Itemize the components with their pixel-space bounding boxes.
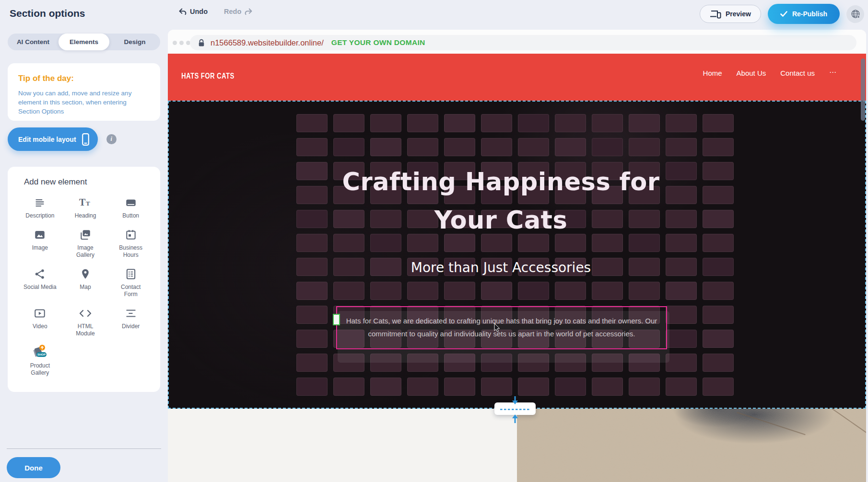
tip-title: Tip of the day: <box>18 74 150 83</box>
video-icon <box>34 306 46 321</box>
site-header: HATS FOR CATS Home About Us Contact us ⋯ <box>168 54 866 101</box>
element-drag-handle[interactable] <box>333 314 340 325</box>
add-element-title: Add new element <box>24 177 153 187</box>
tip-body: Now you can add, move and resize any ele… <box>18 89 150 116</box>
window-dots <box>173 41 190 45</box>
devices-icon <box>710 10 721 19</box>
nav-home[interactable]: Home <box>703 69 722 77</box>
element-button[interactable]: Button <box>108 195 153 219</box>
tab-elements[interactable]: Elements <box>59 34 109 50</box>
republish-label: Re-Publish <box>792 10 827 18</box>
scrollbar-thumb[interactable] <box>861 58 865 121</box>
element-image[interactable]: Image <box>17 228 63 259</box>
info-icon[interactable]: i <box>106 134 117 144</box>
tip-of-the-day-card: Tip of the day: Now you can add, move an… <box>8 63 160 121</box>
site-logo[interactable]: HATS FOR CATS <box>181 71 235 81</box>
nav-more-icon[interactable]: ⋯ <box>829 68 836 77</box>
business-hours-icon <box>125 228 137 242</box>
done-button[interactable]: Done <box>7 457 60 478</box>
hero-heading[interactable]: Crafting Happiness forYour Cats <box>169 163 833 240</box>
resize-arrows-icon <box>494 396 536 423</box>
panel-tabs: AI Content Elements Design <box>8 34 160 50</box>
page-title: Section options <box>10 8 85 19</box>
redo-icon <box>245 8 253 15</box>
next-section-background <box>168 409 517 482</box>
globe-icon <box>850 9 861 19</box>
section-options-panel: Section options AI Content Elements Desi… <box>0 0 168 482</box>
element-contact-form[interactable]: Contact Form <box>108 267 153 298</box>
get-domain-link[interactable]: GET YOUR OWN DOMAIN <box>331 38 425 47</box>
image-gallery-icon <box>79 228 92 242</box>
lock-icon <box>198 39 205 47</box>
hero-paragraph: Hats for Cats, we are dedicated to craft… <box>337 314 666 340</box>
image-icon <box>34 228 46 242</box>
publish-controls: Preview Re-Publish <box>700 4 864 24</box>
republish-button[interactable]: Re-Publish <box>768 4 840 24</box>
svg-text:T: T <box>86 200 90 207</box>
check-icon <box>780 11 787 17</box>
undo-button[interactable]: Undo <box>178 8 208 15</box>
element-product-gallery[interactable]: SHOP Product Gallery <box>17 345 63 377</box>
panel-divider <box>7 448 161 449</box>
address-bar[interactable]: n1566589.websitebuilder.online/ GET YOUR… <box>190 35 856 50</box>
tab-design[interactable]: Design <box>109 34 160 50</box>
element-grid: Description TT Heading Button Image Imag… <box>17 195 153 377</box>
redo-label: Redo <box>224 8 241 15</box>
element-video[interactable]: Video <box>17 306 63 337</box>
description-icon <box>34 195 46 210</box>
element-heading[interactable]: TT Heading <box>63 195 108 219</box>
svg-text:SHOP: SHOP <box>37 353 46 356</box>
preview-button[interactable]: Preview <box>700 5 761 23</box>
product-gallery-shop-icon: SHOP <box>30 345 49 360</box>
nav-about-us[interactable]: About Us <box>737 69 766 77</box>
element-divider[interactable]: Divider <box>108 306 153 337</box>
section-resize-handle[interactable] <box>494 402 536 415</box>
hero-subheading[interactable]: More than Just Accessories <box>169 260 833 275</box>
html-code-icon <box>79 306 92 321</box>
undo-icon <box>178 8 187 15</box>
language-globe-button[interactable] <box>846 5 864 23</box>
nav-contact-us[interactable]: Contact us <box>780 69 815 77</box>
social-media-icon <box>34 267 46 281</box>
site-nav: Home About Us Contact us ⋯ <box>703 69 836 77</box>
hero-section[interactable]: Crafting Happiness forYour Cats More tha… <box>168 101 866 409</box>
element-business-hours[interactable]: Business Hours <box>108 228 153 259</box>
undo-label: Undo <box>190 8 208 15</box>
add-element-panel: Add new element Description TT Heading B… <box>8 167 160 392</box>
svg-text:T: T <box>79 197 86 207</box>
phone-icon <box>82 133 89 146</box>
element-map[interactable]: Map <box>63 267 108 298</box>
site-url: n1566589.websitebuilder.online/ <box>211 38 324 47</box>
edit-mobile-label: Edit mobile layout <box>18 136 76 143</box>
selected-text-element[interactable]: Hats for Cats, we are dedicated to craft… <box>336 306 667 349</box>
redo-button[interactable]: Redo <box>224 8 253 15</box>
tab-ai-content[interactable]: AI Content <box>8 34 59 50</box>
edit-mobile-layout-button[interactable]: Edit mobile layout <box>8 127 98 151</box>
element-description[interactable]: Description <box>17 195 63 219</box>
divider-icon <box>125 306 137 321</box>
element-html-module[interactable]: HTML Module <box>63 306 108 337</box>
button-icon <box>125 195 137 210</box>
floor-texture <box>517 409 866 482</box>
site-preview-window: n1566589.websitebuilder.online/ GET YOUR… <box>168 30 866 482</box>
map-pin-icon <box>79 267 92 281</box>
floor-photo <box>517 409 866 482</box>
preview-label: Preview <box>726 10 751 18</box>
browser-chrome: n1566589.websitebuilder.online/ GET YOUR… <box>168 30 866 54</box>
history-controls: Undo Redo <box>178 8 253 15</box>
element-social-media[interactable]: Social Media <box>17 267 63 298</box>
element-image-gallery[interactable]: Image Gallery <box>63 228 108 259</box>
heading-icon: TT <box>79 195 92 210</box>
contact-form-icon <box>125 267 137 281</box>
